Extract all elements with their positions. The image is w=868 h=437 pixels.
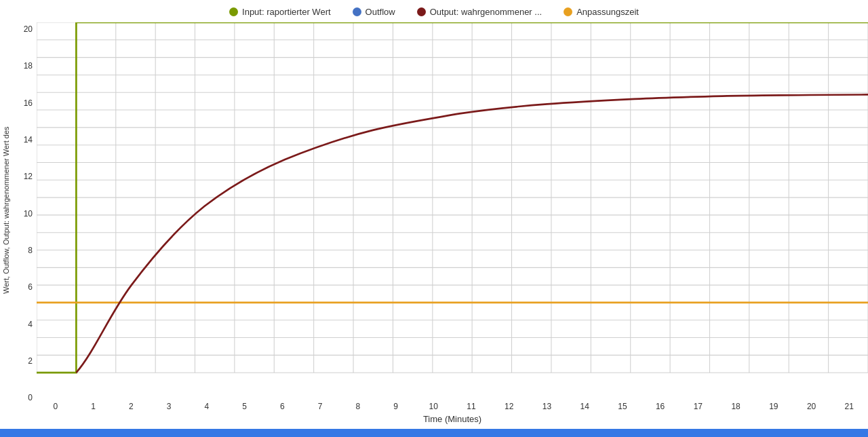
x-tick-18: 18 (717, 402, 755, 411)
y-tick-18: 18 (24, 62, 33, 70)
x-tick-20: 20 (793, 402, 831, 411)
main-chart-svg (37, 22, 868, 402)
legend-label-anpassungszeit: Anpassungszeit (576, 7, 639, 17)
legend-item-input: Input: raportierter Wert (229, 7, 331, 17)
chart-area: Wert, Outflow, Output: wahrgenommener We… (0, 22, 868, 429)
y-axis: 20 18 16 14 12 10 8 6 4 2 0 (12, 22, 37, 429)
x-tick-5: 5 (226, 402, 264, 411)
x-tick-9: 9 (377, 402, 415, 411)
x-tick-17: 17 (679, 402, 717, 411)
y-tick-20: 20 (24, 25, 33, 33)
legend-item-output: Output: wahrgenommener ... (417, 7, 542, 17)
y-tick-10: 10 (24, 210, 33, 218)
legend-item-anpassungszeit: Anpassungszeit (564, 7, 639, 17)
x-tick-12: 12 (490, 402, 528, 411)
y-tick-12: 12 (24, 172, 33, 180)
legend: Input: raportierter Wert Outflow Output:… (0, 0, 868, 22)
x-tick-11: 11 (452, 402, 490, 411)
x-tick-0: 0 (37, 402, 75, 411)
svg-chart-wrapper: 0 1 2 3 4 5 6 7 8 9 10 11 12 13 14 15 16 (37, 22, 868, 429)
x-tick-13: 13 (528, 402, 566, 411)
x-tick-15: 15 (604, 402, 642, 411)
x-ticks: 0 1 2 3 4 5 6 7 8 9 10 11 12 13 14 15 16 (37, 402, 868, 411)
x-tick-1: 1 (75, 402, 113, 411)
x-tick-8: 8 (339, 402, 377, 411)
x-tick-3: 3 (150, 402, 188, 411)
y-axis-label: Wert, Outflow, Output: wahrgenommener We… (2, 158, 10, 294)
legend-label-output: Output: wahrgenommener ... (430, 7, 542, 17)
x-tick-4: 4 (188, 402, 226, 411)
legend-dot-input (229, 7, 238, 16)
x-axis-label: Time (Minutes) (423, 414, 481, 424)
x-tick-7: 7 (301, 402, 339, 411)
x-axis-container: 0 1 2 3 4 5 6 7 8 9 10 11 12 13 14 15 16 (37, 402, 868, 429)
legend-dot-output (417, 7, 426, 16)
legend-label-input: Input: raportierter Wert (242, 7, 331, 17)
legend-label-outflow: Outflow (366, 7, 395, 17)
x-tick-10: 10 (414, 402, 452, 411)
legend-dot-anpassungszeit (564, 7, 572, 16)
y-tick-14: 14 (24, 136, 33, 144)
y-tick-4: 4 (28, 320, 33, 328)
chart-container: Input: raportierter Wert Outflow Output:… (0, 0, 868, 437)
y-tick-8: 8 (28, 246, 33, 254)
x-tick-14: 14 (566, 402, 604, 411)
legend-item-outflow: Outflow (353, 7, 395, 17)
x-tick-6: 6 (263, 402, 301, 411)
x-tick-19: 19 (755, 402, 793, 411)
y-tick-2: 2 (28, 357, 33, 365)
y-axis-label-container: Wert, Outflow, Output: wahrgenommener We… (0, 22, 12, 429)
y-tick-16: 16 (24, 99, 33, 107)
bottom-bar (0, 429, 868, 437)
legend-dot-outflow (353, 7, 361, 16)
y-tick-0: 0 (28, 394, 33, 402)
x-tick-2: 2 (112, 402, 150, 411)
x-tick-21: 21 (830, 402, 868, 411)
y-tick-6: 6 (28, 283, 33, 291)
x-tick-16: 16 (642, 402, 679, 411)
